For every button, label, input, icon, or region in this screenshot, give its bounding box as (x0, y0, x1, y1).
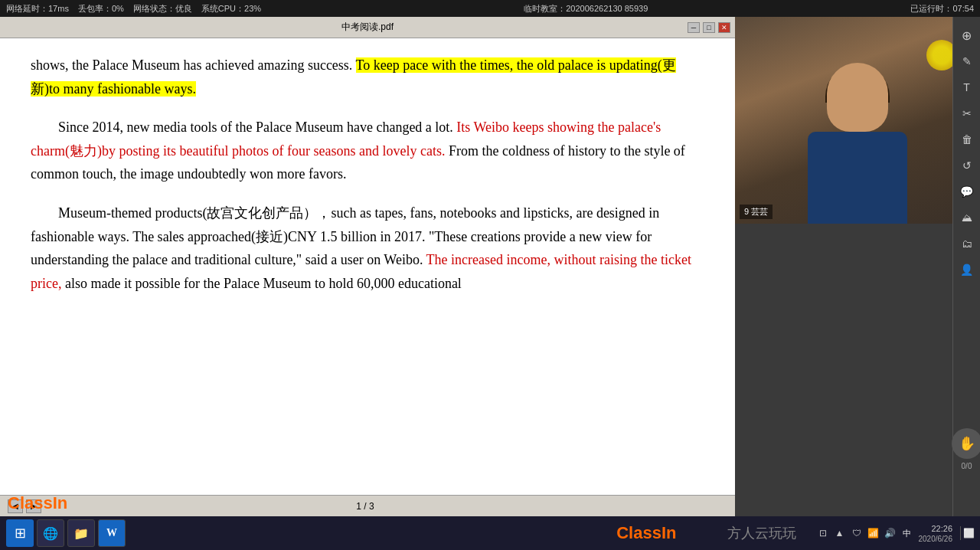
windows-icon: ⊞ (15, 525, 26, 542)
taskbar-clock-area: 22:26 2020/6/26 (919, 523, 953, 542)
pdf-viewer: 中考阅读.pdf ─ □ ✕ shows, the Palace Museum … (0, 17, 735, 516)
taskbar-up-arrow[interactable]: ▲ (833, 526, 847, 540)
person-head (827, 63, 888, 132)
pdf-content: shows, the Palace Museum has achieved am… (0, 38, 735, 495)
para2-start: Since 2014, new media tools of the Palac… (58, 119, 456, 135)
chat-icon[interactable]: 💬 (956, 181, 978, 202)
taskbar-date: 2020/6/26 (919, 535, 953, 543)
paragraph-2: Since 2014, new media tools of the Palac… (31, 116, 704, 186)
cpu-status: 系统CPU：23% (201, 3, 261, 15)
taskbar-network-signal[interactable]: 📶 (867, 526, 880, 540)
start-button[interactable]: ⊞ (6, 519, 34, 547)
classin-logo: ClassIn (8, 493, 67, 513)
video-person-bg (735, 17, 980, 224)
video-name-tag: 9 芸芸 (740, 205, 773, 219)
taskbar-shield-icon[interactable]: 🛡 (850, 526, 864, 540)
taskbar-brand: 方人云玩玩 (727, 524, 796, 542)
network-status: 网络状态：优良 (133, 3, 192, 15)
paragraph-3: Museum-themed products(故宫文化创产品），such as … (31, 201, 704, 295)
video-feed: 9 芸芸 (735, 17, 980, 224)
taskbar-right: ClassIn 方人云玩玩 ⊡ ▲ 🛡 📶 🔊 中 22:26 2020/6/2… (616, 523, 974, 543)
maximize-button[interactable]: □ (703, 22, 715, 33)
window-controls[interactable]: ─ □ ✕ (688, 22, 730, 33)
cursor-icon[interactable]: ⊕ (956, 25, 978, 46)
browser-icon: 🌐 (43, 526, 58, 541)
session-id: 临时教室：202006262130 85939 (270, 3, 901, 15)
hand-icon: ✋ (959, 435, 975, 452)
mountain-icon[interactable]: ⛰ (956, 207, 978, 228)
taskbar-word[interactable]: W (98, 519, 126, 547)
taskbar-time: 22:26 (925, 523, 953, 534)
system-icons: ⊡ ▲ 🛡 📶 🔊 中 (816, 526, 914, 540)
minimize-button[interactable]: ─ (688, 22, 700, 33)
right-toolbar: ⊕ ✎ T ✂ 🗑 ↺ 💬 ⛰ 🗂 👤 ✋ 0/0 (952, 17, 980, 516)
taskbar-folder[interactable]: 📁 (67, 519, 95, 547)
undo-icon[interactable]: ↺ (956, 155, 978, 176)
packet-loss: 丢包率：0% (78, 3, 124, 15)
live-status: 已运行时：07:54 (910, 3, 974, 15)
taskbar-browser[interactable]: 🌐 (37, 519, 64, 547)
person-body (808, 132, 907, 224)
close-button[interactable]: ✕ (718, 22, 730, 33)
pdf-bottombar: ◀ ▶ 1 / 3 (0, 495, 735, 516)
taskbar-network-icon[interactable]: ⊡ (816, 526, 830, 540)
network-delay: 网络延时：17ms (6, 3, 69, 15)
pdf-text-body: shows, the Palace Museum has achieved am… (31, 54, 704, 295)
folder-icon: 📁 (74, 526, 89, 541)
para3-end: also made it possible for the Palace Mus… (61, 276, 461, 291)
pdf-title: 中考阅读.pdf (341, 21, 394, 34)
hand-raise-button[interactable]: ✋ (952, 428, 981, 459)
taskbar-ime-icon[interactable]: 中 (900, 526, 914, 540)
taskbar-classin-logo: ClassIn (616, 523, 676, 543)
taskbar-volume-icon[interactable]: 🔊 (884, 526, 897, 540)
status-bar: 网络延时：17ms 丢包率：0% 网络状态：优良 系统CPU：23% 临时教室：… (0, 0, 980, 17)
pdf-titlebar: 中考阅读.pdf ─ □ ✕ (0, 17, 735, 38)
para1-before-highlight: shows, the Palace Museum has achieved am… (31, 57, 356, 73)
files-icon[interactable]: 🗂 (956, 233, 978, 254)
hand-counter: 0/0 (962, 462, 972, 470)
word-icon: W (106, 527, 117, 539)
show-desktop-icon[interactable]: ⬜ (960, 526, 974, 540)
main-area: 中考阅读.pdf ─ □ ✕ shows, the Palace Museum … (0, 17, 980, 516)
delete-icon[interactable]: 🗑 (956, 129, 978, 150)
paragraph-1: shows, the Palace Museum has achieved am… (31, 54, 704, 100)
taskbar: ⊞ 🌐 📁 W ClassIn 方人云玩玩 ⊡ ▲ 🛡 📶 🔊 中 22:26 … (0, 516, 980, 550)
video-panel: 9 芸芸 ⊕ ✎ T ✂ 🗑 ↺ 💬 ⛰ 🗂 👤 ✋ 0/0 (735, 17, 980, 516)
scissors-icon[interactable]: ✂ (956, 103, 978, 124)
user-icon[interactable]: 👤 (956, 259, 978, 280)
text-icon[interactable]: T (956, 77, 978, 98)
pdf-page-info: 1 / 3 (356, 501, 374, 512)
draw-icon[interactable]: ✎ (956, 51, 978, 72)
